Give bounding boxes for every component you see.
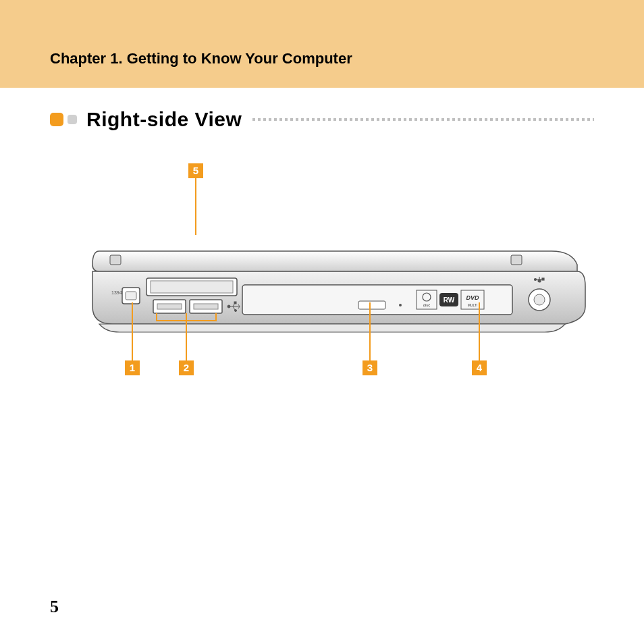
svg-text:1394: 1394 (111, 290, 122, 295)
callout-3: 3 (363, 360, 377, 375)
svg-point-22 (534, 294, 545, 305)
callout-4-leader-line (479, 302, 480, 360)
callout-4: 4 (472, 360, 487, 375)
svg-point-12 (399, 304, 402, 306)
manual-page: Chapter 1. Getting to Know Your Computer… (0, 0, 644, 644)
chapter-header-band: Chapter 1. Getting to Know Your Computer (0, 0, 644, 88)
callout-2-number: 2 (179, 360, 194, 375)
callout-3-leader-line (369, 302, 371, 360)
svg-rect-0 (110, 255, 121, 265)
section-bullet-secondary-icon (68, 115, 77, 124)
callout-2: 2 (179, 360, 194, 375)
section-title: Right-side View (86, 108, 242, 131)
svg-rect-28 (234, 302, 236, 304)
svg-point-29 (235, 310, 237, 312)
callout-4-number: 4 (472, 360, 487, 375)
callout-1-number: 1 (125, 360, 140, 375)
callout-3-number: 3 (363, 360, 377, 375)
section-bullet-primary-icon (50, 113, 63, 126)
svg-rect-7 (157, 304, 182, 309)
svg-rect-1 (511, 255, 522, 265)
chapter-title: Chapter 1. Getting to Know Your Computer (50, 50, 644, 68)
callout-5: 5 (188, 163, 203, 178)
callout-1-leader-line (132, 302, 133, 360)
svg-point-24 (535, 279, 537, 281)
svg-rect-9 (194, 304, 218, 309)
callout-2-leader-line (186, 313, 187, 360)
right-side-view-figure: disc RW DVD MULTI 1394 (52, 198, 592, 401)
svg-text:disc: disc (423, 303, 431, 307)
laptop-side-illustration: disc RW DVD MULTI 1394 (52, 225, 592, 347)
callout-1: 1 (125, 360, 140, 375)
svg-text:MULTI: MULTI (468, 303, 478, 307)
section-dash-line (252, 118, 594, 121)
svg-rect-3 (126, 292, 136, 300)
page-number: 5 (50, 597, 59, 617)
section-heading-row: Right-side View (0, 88, 644, 131)
svg-rect-25 (542, 278, 544, 280)
callout-5-number: 5 (188, 163, 203, 178)
svg-rect-5 (151, 281, 233, 293)
svg-text:RW: RW (444, 296, 455, 304)
svg-rect-11 (358, 301, 385, 309)
callout-5-leader-line (195, 178, 196, 235)
svg-text:DVD: DVD (466, 294, 479, 301)
svg-point-27 (227, 305, 230, 308)
